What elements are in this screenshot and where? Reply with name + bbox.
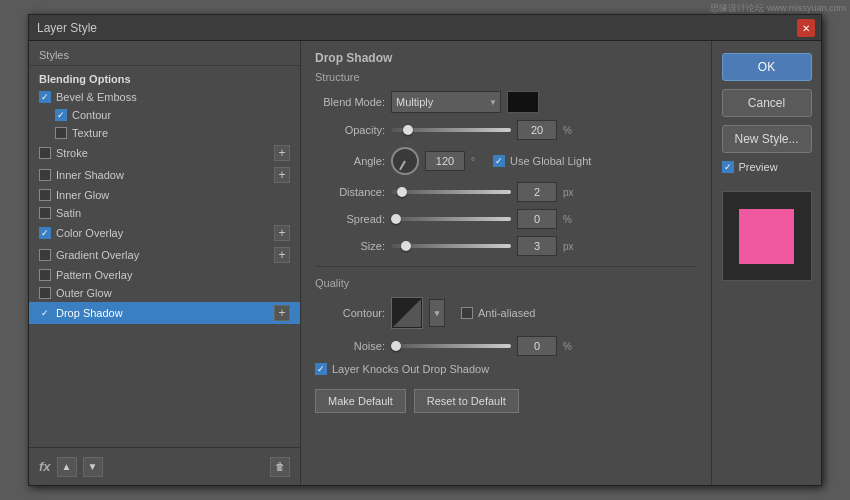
inner-shadow-checkbox[interactable] (39, 169, 51, 181)
dialog-content: Styles Blending Options Bevel & Emboss C… (29, 41, 821, 485)
quality-section: Quality Contour: ▼ Anti (315, 277, 697, 356)
sidebar-item-texture[interactable]: Texture (29, 124, 300, 142)
middle-panel: Drop Shadow Structure Blend Mode: Multip… (301, 41, 711, 485)
bottom-buttons: Make Default Reset to Default (315, 389, 697, 413)
sidebar-item-inner-glow[interactable]: Inner Glow (29, 186, 300, 204)
angle-unit: ° (471, 156, 487, 167)
blend-mode-row: Blend Mode: Multiply Normal Screen Overl… (315, 91, 697, 113)
watermark: 思缘设计论坛 www.missyuan.com (706, 0, 850, 17)
anti-aliased-checkbox[interactable] (461, 307, 473, 319)
sidebar-item-gradient-overlay[interactable]: Gradient Overlay + (29, 244, 300, 266)
inner-shadow-plus-btn[interactable]: + (274, 167, 290, 183)
texture-checkbox[interactable] (55, 127, 67, 139)
noise-label: Noise: (315, 340, 385, 352)
angle-knob[interactable] (391, 147, 419, 175)
gradient-overlay-label: Gradient Overlay (56, 249, 139, 261)
outer-glow-label: Outer Glow (56, 287, 112, 299)
size-unit: px (563, 241, 579, 252)
bottom-bar: fx ▲ ▼ 🗑 (29, 447, 300, 485)
gradient-overlay-checkbox[interactable] (39, 249, 51, 261)
noise-thumb[interactable] (391, 341, 401, 351)
distance-slider[interactable] (391, 190, 511, 194)
spread-slider[interactable] (391, 217, 511, 221)
distance-thumb[interactable] (397, 187, 407, 197)
size-slider[interactable] (391, 244, 511, 248)
trash-btn[interactable]: 🗑 (270, 457, 290, 477)
contour-checkbox[interactable] (55, 109, 67, 121)
outer-glow-checkbox[interactable] (39, 287, 51, 299)
noise-slider[interactable] (391, 344, 511, 348)
contour-row: Contour: ▼ Anti-aliased (315, 297, 697, 329)
distance-label: Distance: (315, 186, 385, 198)
blend-mode-select[interactable]: Multiply Normal Screen Overlay (391, 91, 501, 113)
opacity-input[interactable] (517, 120, 557, 140)
spread-input[interactable] (517, 209, 557, 229)
close-button[interactable]: ✕ (797, 19, 815, 37)
opacity-unit: % (563, 125, 579, 136)
new-style-button[interactable]: New Style... (722, 125, 812, 153)
color-overlay-plus-btn[interactable]: + (274, 225, 290, 241)
angle-input[interactable] (425, 151, 465, 171)
global-light-checkbox[interactable] (493, 155, 505, 167)
noise-input[interactable] (517, 336, 557, 356)
size-thumb[interactable] (401, 241, 411, 251)
sidebar-item-satin[interactable]: Satin (29, 204, 300, 222)
knock-label: Layer Knocks Out Drop Shadow (332, 363, 489, 375)
distance-row: Distance: px (315, 182, 697, 202)
color-overlay-checkbox[interactable] (39, 227, 51, 239)
drop-shadow-checkbox[interactable] (39, 307, 51, 319)
spread-unit: % (563, 214, 579, 225)
opacity-thumb[interactable] (403, 125, 413, 135)
contour-dropdown-btn[interactable]: ▼ (429, 299, 445, 327)
down-arrow-btn[interactable]: ▼ (83, 457, 103, 477)
blend-mode-wrapper: Multiply Normal Screen Overlay (391, 91, 501, 113)
sidebar-item-contour[interactable]: Contour (29, 106, 300, 124)
sidebar-item-pattern-overlay[interactable]: Pattern Overlay (29, 266, 300, 284)
titlebar: Layer Style ✕ (29, 15, 821, 41)
angle-label: Angle: (315, 155, 385, 167)
preview-square (739, 209, 794, 264)
sidebar-item-bevel-emboss[interactable]: Bevel & Emboss (29, 88, 300, 106)
sidebar-item-inner-shadow[interactable]: Inner Shadow + (29, 164, 300, 186)
inner-glow-label: Inner Glow (56, 189, 109, 201)
size-input[interactable] (517, 236, 557, 256)
bevel-emboss-label: Bevel & Emboss (56, 91, 137, 103)
gradient-overlay-plus-btn[interactable]: + (274, 247, 290, 263)
reset-default-button[interactable]: Reset to Default (414, 389, 519, 413)
blend-color-swatch[interactable] (507, 91, 539, 113)
sidebar-item-blending-options[interactable]: Blending Options (29, 70, 300, 88)
knock-checkbox[interactable] (315, 363, 327, 375)
spread-thumb[interactable] (391, 214, 401, 224)
stroke-label: Stroke (56, 147, 88, 159)
blending-options-label: Blending Options (39, 73, 131, 85)
sidebar-item-stroke[interactable]: Stroke + (29, 142, 300, 164)
distance-input[interactable] (517, 182, 557, 202)
pattern-overlay-checkbox[interactable] (39, 269, 51, 281)
opacity-slider[interactable] (391, 128, 511, 132)
knock-row: Layer Knocks Out Drop Shadow (315, 363, 697, 375)
noise-row: Noise: % (315, 336, 697, 356)
inner-glow-checkbox[interactable] (39, 189, 51, 201)
preview-checkbox[interactable] (722, 161, 734, 173)
contour-thumb[interactable] (391, 297, 423, 329)
contour-select-wrapper: ▼ (429, 299, 445, 327)
stroke-plus-btn[interactable]: + (274, 145, 290, 161)
bevel-emboss-checkbox[interactable] (39, 91, 51, 103)
satin-checkbox[interactable] (39, 207, 51, 219)
main-title: Drop Shadow (315, 51, 697, 65)
make-default-button[interactable]: Make Default (315, 389, 406, 413)
styles-header: Styles (29, 41, 300, 66)
sidebar-item-outer-glow[interactable]: Outer Glow (29, 284, 300, 302)
up-arrow-btn[interactable]: ▲ (57, 457, 77, 477)
stroke-checkbox[interactable] (39, 147, 51, 159)
ok-button[interactable]: OK (722, 53, 812, 81)
global-light-label: Use Global Light (510, 155, 591, 167)
preview-area (722, 191, 812, 281)
contour-label: Contour: (315, 307, 385, 319)
drop-shadow-plus-btn[interactable]: + (274, 305, 290, 321)
sidebar-item-color-overlay[interactable]: Color Overlay + (29, 222, 300, 244)
fx-label: fx (39, 459, 51, 474)
divider (315, 266, 697, 267)
sidebar-item-drop-shadow[interactable]: Drop Shadow + (29, 302, 300, 324)
cancel-button[interactable]: Cancel (722, 89, 812, 117)
